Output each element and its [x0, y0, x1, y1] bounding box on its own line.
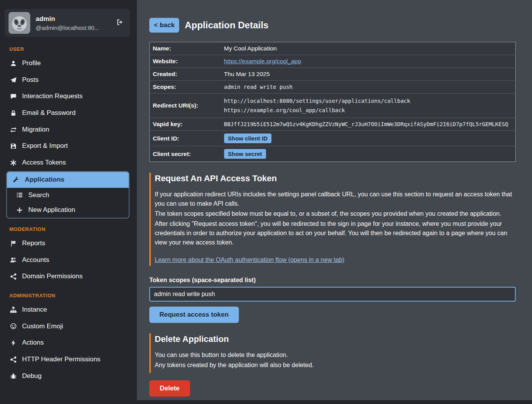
table-row-client-secret: Client secret: Show secret — [150, 146, 516, 162]
sidebar-item-label: Instance — [22, 306, 47, 314]
sidebar-item-label: HTTP Header Permissions — [22, 356, 100, 363]
token-request-section: Request An API Access Token If your appl… — [149, 173, 516, 266]
token-section-paragraph: If your application redirect URIs includ… — [155, 190, 516, 208]
share-nodes-icon — [9, 273, 17, 280]
sidebar-item-export-import[interactable]: Export & Import — [0, 138, 134, 154]
detail-value: Thu Mar 13 2025 — [221, 68, 516, 81]
sitemap-icon — [9, 307, 17, 313]
show-client-id-button[interactable]: Show client ID — [224, 134, 272, 143]
detail-label: Client secret: — [150, 146, 221, 162]
user-card[interactable]: admin @admin@localhost:80... — [5, 9, 130, 37]
token-section-paragraph: After clicking "Request access token", y… — [155, 219, 516, 247]
detail-label: Vapid key: — [150, 118, 221, 131]
sidebar-item-domain-permissions[interactable]: Domain Permissions — [0, 268, 134, 285]
oauth-learn-more-link[interactable]: Learn more about the OAuth authenticatio… — [155, 257, 344, 264]
administration-menu: Instance Custom Emoji Actions HTTP Heade… — [0, 302, 134, 384]
sidebar-item-reports[interactable]: Reports — [0, 235, 134, 252]
sidebar-item-profile[interactable]: Profile — [0, 55, 134, 72]
applications-submenu: Search New Application — [7, 188, 129, 218]
detail-value: admin read write push — [221, 81, 516, 94]
website-link[interactable]: https://example.org/cool_app — [224, 58, 301, 64]
smile-icon — [9, 323, 17, 329]
detail-value: My Cool Application — [221, 42, 516, 55]
delete-button-row: Delete — [149, 373, 516, 397]
username: admin — [36, 15, 99, 23]
sidebar-item-posts[interactable]: Posts — [0, 72, 134, 88]
sidebar-item-debug[interactable]: Debug — [0, 368, 134, 385]
user-menu: Profile Posts Interaction Requests Email… — [0, 55, 134, 218]
back-button[interactable]: < back — [149, 18, 179, 33]
plus-icon — [16, 207, 23, 213]
bolt-icon — [9, 340, 17, 346]
main-panel: < back Application Details Name: My Cool… — [137, 0, 532, 400]
avatar — [9, 12, 30, 34]
sidebar-item-access-tokens[interactable]: Access Tokens — [0, 154, 134, 171]
exchange-icon — [9, 127, 17, 133]
sidebar-item-label: Actions — [22, 339, 44, 347]
flag-icon — [9, 240, 17, 247]
table-row-redirect-uris: Redirect URI(s): http://localhost:8080/s… — [150, 94, 516, 118]
comment-icon — [9, 93, 17, 100]
sidebar-item-interaction-requests[interactable]: Interaction Requests — [0, 88, 134, 105]
detail-label: Client ID: — [150, 131, 221, 146]
table-row-client-id: Client ID: Show client ID — [150, 131, 516, 146]
detail-value: BBJffJ219b5iE512m7wQSzv4KgKDhgZZVzNyWC_r… — [221, 118, 516, 131]
detail-label: Name: — [150, 42, 221, 55]
sidebar-item-applications[interactable]: Applications — [7, 172, 129, 188]
bug-icon — [9, 373, 17, 380]
paper-plane-icon — [9, 77, 17, 83]
table-row-created: Created: Thu Mar 13 2025 — [150, 68, 516, 81]
detail-value: Show client ID — [221, 131, 516, 146]
detail-label: Created: — [150, 68, 221, 81]
asterisk-icon — [9, 160, 17, 166]
sidebar-item-migration[interactable]: Migration — [0, 121, 134, 138]
detail-value: http://localhost:8080/settings/user/appl… — [221, 94, 516, 118]
request-access-token-button[interactable]: Request access token — [149, 307, 239, 323]
wrench-icon — [12, 177, 20, 183]
sidebar-item-email-password[interactable]: Email & Password — [0, 105, 134, 121]
sloth-avatar — [9, 12, 30, 34]
sidebar-item-label: Export & Import — [22, 142, 68, 150]
sign-out-icon[interactable] — [116, 18, 124, 28]
application-details-table: Name: My Cool Application Website: https… — [149, 42, 516, 162]
sidebar-item-label: Applications — [25, 176, 64, 184]
user-icon — [9, 60, 17, 67]
table-row-vapid-key: Vapid key: BBJffJ219b5iE512m7wQSzv4KgKDh… — [150, 118, 516, 131]
table-row-scopes: Scopes: admin read write push — [150, 81, 516, 94]
token-section-title: Request An API Access Token — [155, 173, 516, 184]
delete-section-text: You can use this button to delete the ap… — [155, 350, 516, 360]
redirect-uri: http://localhost:8080/settings/user/appl… — [224, 96, 513, 106]
delete-section-text: Any tokens created by the application wi… — [155, 361, 516, 370]
sidebar-item-new-application[interactable]: New Application — [7, 203, 129, 218]
page-title: Application Details — [185, 20, 268, 31]
sidebar-item-actions[interactable]: Actions — [0, 335, 134, 351]
sidebar-item-custom-emoji[interactable]: Custom Emoji — [0, 318, 134, 335]
sidebar-item-label: New Application — [28, 206, 75, 214]
sidebar-item-search[interactable]: Search — [7, 188, 129, 203]
sidebar-item-label: Email & Password — [22, 109, 76, 117]
delete-section-title: Delete Application — [155, 334, 516, 344]
token-scopes-label: Token scopes (space-separated list) — [149, 277, 516, 284]
sidebar-item-instance[interactable]: Instance — [0, 302, 134, 318]
list-icon — [16, 192, 23, 198]
show-secret-button[interactable]: Show secret — [224, 149, 266, 159]
sidebar-item-http-header-permissions[interactable]: HTTP Header Permissions — [0, 351, 134, 368]
floppy-icon — [9, 143, 17, 149]
applications-group: Applications Search New Application — [6, 171, 130, 218]
delete-button[interactable]: Delete — [149, 380, 190, 397]
sidebar-item-label: Accounts — [22, 257, 49, 264]
detail-value: Show secret — [221, 146, 516, 162]
sidebar-item-label: Domain Permissions — [22, 273, 83, 280]
sidebar-item-accounts[interactable]: Accounts — [0, 252, 134, 269]
user-handle: @admin@localhost:80... — [36, 24, 99, 31]
token-scopes-input[interactable] — [149, 287, 516, 302]
detail-label: Website: — [150, 55, 221, 68]
sidebar-item-label: Custom Emoji — [22, 323, 63, 330]
page-header: < back Application Details — [149, 18, 516, 33]
sidebar-item-label: Profile — [22, 60, 41, 67]
moderation-menu: Reports Accounts Domain Permissions — [0, 235, 134, 285]
section-label-administration: ADMINISTRATION — [0, 285, 134, 302]
sidebar-item-label: Access Tokens — [22, 159, 66, 166]
sidebar-item-label: Reports — [22, 240, 45, 247]
table-row-name: Name: My Cool Application — [150, 42, 516, 55]
